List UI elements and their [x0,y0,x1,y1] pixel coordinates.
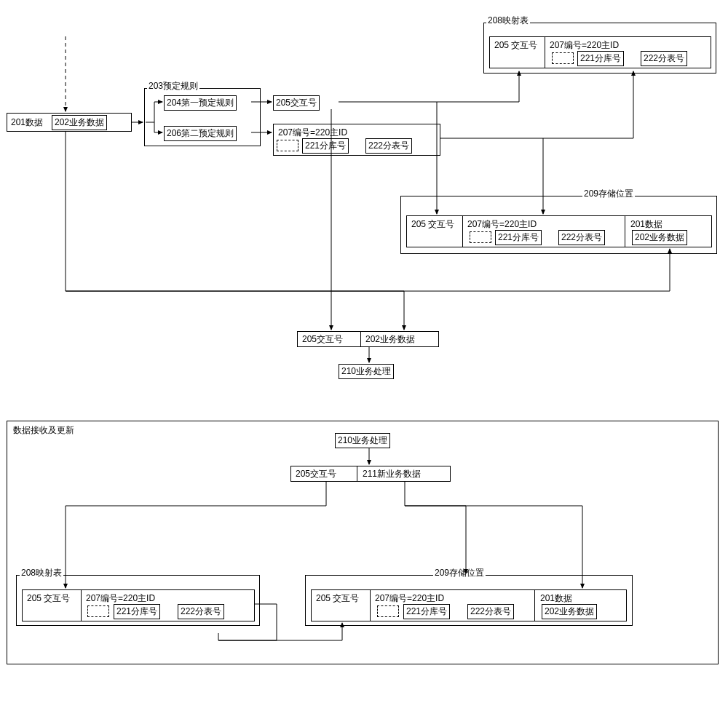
box-209-202: 202业务数据 [632,230,687,245]
box-210-upper: 210业务处理 [339,364,394,379]
box-208-207: 207编号=220主ID [548,39,620,52]
box-208l-222: 222分表号 [178,604,224,619]
divider [357,466,357,482]
divider [360,331,361,347]
box-206: 206第二预定规则 [164,126,237,141]
divider [625,215,625,247]
box-210-lower: 210业务处理 [335,433,390,448]
box-209-201: 201数据 [629,218,664,231]
divider [81,589,82,621]
box-205-top: 205交互号 [273,95,320,111]
box-208l-dashed [87,605,109,617]
box-low-205: 205交互号 [294,468,338,480]
box-208l-207: 207编号=220主ID [84,592,157,605]
box-201-label: 201数据 [9,116,44,129]
box-mid-205: 205交互号 [301,333,344,346]
lower-section [7,421,719,664]
divider [545,36,545,68]
box-209-222: 222分表号 [558,230,605,245]
box-221: 221分库号 [302,138,349,154]
divider [370,589,371,621]
box-208l-221: 221分库号 [114,604,160,619]
box-208-label: 208映射表 [486,15,530,27]
box-208-dashed [552,52,574,64]
box-208-222: 222分表号 [641,51,687,66]
box-204: 204第一预定规则 [164,95,237,111]
box-208-221: 221分库号 [577,51,624,66]
box-209-221: 221分库号 [495,230,542,245]
box-209l-222: 222分表号 [467,604,514,619]
box-203-label: 203预定规则 [147,80,199,92]
box-202: 202业务数据 [52,115,107,130]
diagram-canvas: 201数据 202业务数据 203预定规则 204第一预定规则 206第二预定规… [0,0,728,719]
box-209l-205: 205 交互号 [314,592,360,605]
box-209l-201: 201数据 [539,592,574,605]
box-208l-205: 205 交互号 [25,592,71,605]
lower-section-label: 数据接收及更新 [12,424,76,437]
box-mid-202: 202业务数据 [364,333,416,346]
box-207-label: 207编号=220主ID [277,127,349,139]
divider [462,215,463,247]
box-low-211: 211新业务数据 [361,468,422,480]
box-209l-221: 221分库号 [403,604,450,619]
box-209l-label: 209存储位置 [433,567,486,579]
box-209-label: 209存储位置 [582,188,635,200]
box-209-205: 205 交互号 [410,218,456,231]
divider [534,589,535,621]
box-208-205: 205 交互号 [493,39,539,52]
box-208l-label: 208映射表 [20,567,63,579]
box-209l-202: 202业务数据 [542,604,597,619]
box-209-207: 207编号=220主ID [466,218,538,231]
box-209l-207: 207编号=220主ID [373,592,446,605]
box-209-dashed [470,231,491,243]
box-209l-dashed [377,605,399,617]
box-207-dashed [277,140,298,151]
box-222: 222分表号 [365,138,412,154]
